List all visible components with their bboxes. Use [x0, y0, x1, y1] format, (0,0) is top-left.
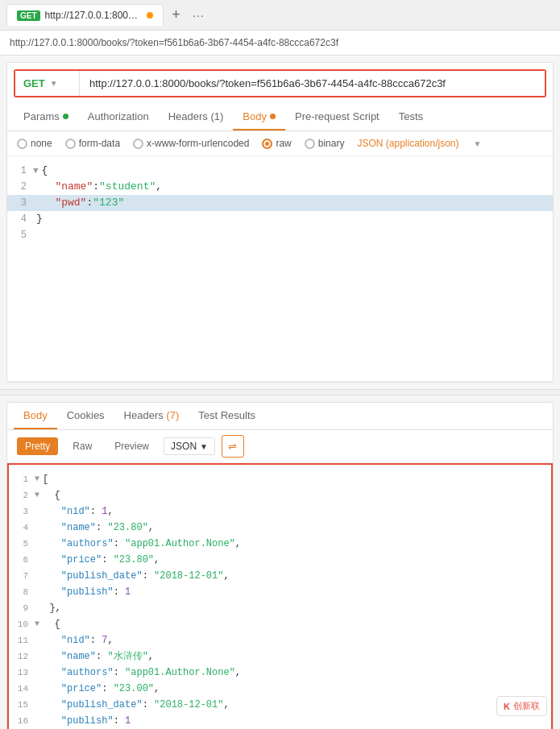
option-x-www[interactable]: x-www-form-urlencoded — [133, 138, 249, 149]
option-none[interactable]: none — [17, 138, 52, 149]
form-data-label: form-data — [79, 138, 120, 149]
line-content-2: "name":"student", — [36, 179, 550, 195]
none-radio[interactable] — [17, 139, 27, 149]
raw-radio[interactable] — [262, 139, 272, 149]
response-testresults-label: Test Results — [198, 409, 255, 421]
resp-line-6: 6 "price": "23.80", — [9, 552, 551, 568]
response-panel: Body Cookies Headers (7) Test Results Pr… — [6, 402, 554, 729]
json-type-arrow-icon[interactable]: ▼ — [474, 139, 482, 148]
wrap-icon-button[interactable]: ⇌ — [222, 435, 244, 458]
x-www-radio[interactable] — [133, 139, 143, 149]
format-type-select[interactable]: JSON ▼ — [164, 437, 215, 455]
tab-headers-label: Headers (1) — [168, 110, 224, 122]
option-form-data[interactable]: form-data — [65, 138, 120, 149]
tab-authorization[interactable]: Authorization — [78, 104, 159, 130]
wrap-symbol: ⇌ — [228, 441, 237, 453]
response-tab-cookies[interactable]: Cookies — [57, 403, 114, 429]
resp-arrow-2: ▼ — [35, 487, 39, 503]
resp-num-9: 9 — [12, 600, 35, 616]
form-data-radio[interactable] — [65, 139, 76, 149]
format-raw-button[interactable]: Raw — [64, 437, 100, 455]
option-binary[interactable]: binary — [305, 138, 345, 149]
x-www-label: x-www-form-urlencoded — [147, 138, 249, 149]
resp-content-6: "price": "23.80", — [38, 552, 548, 568]
binary-radio[interactable] — [305, 139, 315, 149]
resp-line-14: 14 "price": "23.00", — [9, 681, 551, 697]
request-url-row: GET ▼ — [14, 69, 546, 97]
resp-line-2: 2 ▼ { — [9, 487, 551, 503]
resp-content-12: "name": "水浒传", — [38, 648, 548, 665]
line-num-5: 5 — [10, 227, 33, 243]
code-line-5: 5 — [7, 227, 553, 243]
resp-num-8: 8 — [12, 584, 35, 600]
resp-line-4: 4 "name": "23.80", — [9, 520, 551, 536]
tab-body[interactable]: Body — [233, 104, 285, 130]
response-tab-body[interactable]: Body — [14, 403, 57, 429]
tab-headers[interactable]: Headers (1) — [159, 104, 234, 130]
tab-tests[interactable]: Tests — [389, 104, 433, 130]
resp-line-12: 12 "name": "水浒传", — [9, 648, 551, 665]
line-content-3: "pwd":"123" — [36, 195, 550, 211]
resp-num-14: 14 — [12, 681, 35, 697]
resp-content-15: "publish_date": "2018-12-01", — [38, 697, 548, 713]
url-display: http://127.0.0.1:8000/books/?token=f561b… — [0, 31, 560, 56]
tab-authorization-label: Authorization — [88, 110, 149, 122]
resp-content-11: "nid": 7, — [38, 632, 548, 648]
response-nav-tabs: Body Cookies Headers (7) Test Results — [7, 403, 553, 430]
resp-num-4: 4 — [12, 520, 35, 536]
response-code-area: 1 ▼ [ 2 ▼ { 3 "nid": 1, 4 "name": "23.80… — [7, 463, 553, 729]
resp-line-8: 8 "publish": 1 — [9, 584, 551, 600]
request-body-editor[interactable]: 1 ▼ { 2 "name":"student", 3 "pwd":"123" … — [7, 156, 553, 382]
resp-content-16: "publish": 1 — [38, 713, 548, 729]
watermark: K 创新联 — [496, 696, 547, 716]
resp-line-3: 3 "nid": 1, — [9, 503, 551, 520]
resp-content-2: { — [43, 487, 548, 503]
json-type-label[interactable]: JSON (application/json) — [357, 138, 458, 149]
response-tab-headers[interactable]: Headers (7) — [114, 403, 189, 429]
resp-line-5: 5 "authors": "app01.Author.None", — [9, 536, 551, 552]
resp-arrow-10: ▼ — [35, 616, 39, 632]
watermark-icon: K — [504, 702, 510, 711]
raw-label: raw — [276, 138, 291, 149]
resp-content-10: { — [43, 616, 548, 632]
resp-num-13: 13 — [12, 665, 35, 681]
resp-line-13: 13 "authors": "app01.Author.None", — [9, 665, 551, 681]
resp-num-1: 1 — [12, 471, 35, 487]
resp-num-16: 16 — [12, 713, 35, 729]
resp-line-16: 16 "publish": 1 — [9, 713, 551, 729]
resp-line-10: 10 ▼ { — [9, 616, 551, 632]
more-tabs-button[interactable]: ··· — [188, 4, 210, 27]
tab-params[interactable]: Params — [14, 104, 78, 130]
line-content-1: { — [42, 163, 550, 179]
line-arrow-1: ▼ — [33, 163, 39, 179]
line-num-3: 3 — [10, 195, 33, 211]
section-divider — [0, 389, 560, 396]
line-num-2: 2 — [10, 179, 33, 195]
resp-content-1: [ — [43, 471, 548, 487]
tab-prerequest[interactable]: Pre-request Script — [285, 104, 389, 130]
resp-line-15: 15 "publish_date": "2018-12-01", — [9, 697, 551, 713]
headers-badge: (7) — [166, 409, 179, 421]
code-line-2: 2 "name":"student", — [7, 179, 553, 195]
resp-line-9: 9 }, — [9, 600, 551, 616]
response-tab-testresults[interactable]: Test Results — [189, 403, 265, 429]
request-tab[interactable]: GET http://127.0.0.1:8000/books/ — [6, 4, 164, 26]
method-chevron-icon: ▼ — [50, 79, 58, 88]
response-body-label: Body — [23, 409, 48, 421]
response-format-row: Pretty Raw Preview JSON ▼ ⇌ — [7, 430, 553, 463]
option-raw[interactable]: raw — [262, 138, 291, 149]
code-line-4: 4 } — [7, 211, 553, 227]
new-tab-button[interactable]: + — [165, 4, 188, 27]
resp-num-7: 7 — [12, 568, 35, 584]
url-input[interactable] — [80, 71, 545, 96]
tab-url: http://127.0.0.1:8000/books/ — [45, 10, 142, 21]
method-select[interactable]: GET ▼ — [15, 71, 80, 96]
line-num-1: 1 — [10, 163, 33, 179]
tab-bar: GET http://127.0.0.1:8000/books/ + ··· — [0, 0, 560, 31]
resp-num-3: 3 — [12, 503, 35, 520]
format-preview-button[interactable]: Preview — [106, 437, 157, 455]
format-pretty-button[interactable]: Pretty — [17, 437, 58, 455]
resp-line-11: 11 "nid": 7, — [9, 632, 551, 648]
resp-content-14: "price": "23.00", — [38, 681, 548, 697]
request-panel: GET ▼ Params Authorization Headers (1) B… — [6, 62, 554, 383]
